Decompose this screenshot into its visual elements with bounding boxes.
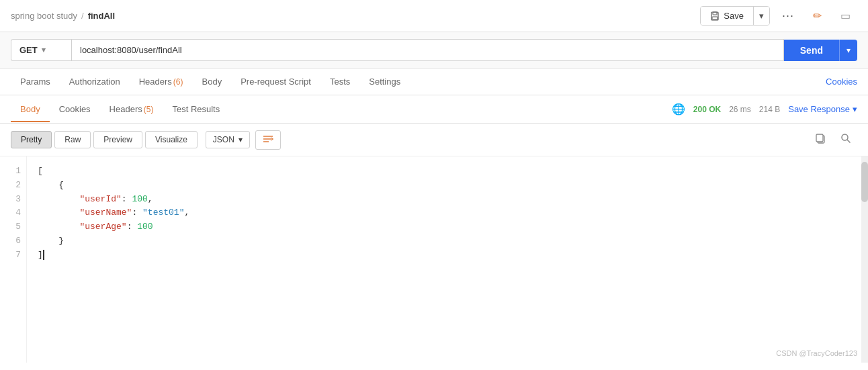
status-badge: 200 OK (693, 105, 721, 114)
breadcrumb-separator: / (81, 11, 84, 21)
send-button[interactable]: Send (784, 40, 839, 61)
line-num: 6 (5, 234, 21, 248)
search-icon (840, 132, 852, 144)
request-tabs: Params Authorization Headers(6) Body Pre… (0, 68, 868, 95)
body-toolbar: Pretty Raw Preview Visualize JSON ▾ (0, 124, 868, 156)
format-select[interactable]: JSON ▾ (206, 131, 250, 148)
tab-headers[interactable]: Headers(6) (130, 70, 193, 95)
res-tab-body[interactable]: Body (11, 97, 50, 122)
line-num: 5 (5, 220, 21, 234)
tab-prerequest[interactable]: Pre-request Script (231, 70, 320, 95)
response-size: 214 B (759, 105, 780, 114)
scrollbar-thumb[interactable] (861, 162, 868, 202)
svg-rect-7 (816, 134, 823, 142)
globe-icon: 🌐 (672, 103, 685, 115)
tab-tests[interactable]: Tests (320, 70, 359, 95)
tab-authorization[interactable]: Authorization (60, 70, 130, 95)
view-preview-button[interactable]: Preview (93, 131, 142, 148)
send-button-group: Send ▾ (784, 40, 857, 61)
wrap-icon (263, 134, 273, 144)
code-line-7: ] (38, 248, 851, 263)
send-dropdown-button[interactable]: ▾ (839, 40, 857, 61)
method-select[interactable]: GET ▾ (11, 39, 71, 61)
cookies-link[interactable]: Cookies (826, 77, 857, 87)
top-bar: spring boot study / findAll Save ▾ ··· ✏… (0, 0, 868, 32)
comment-icon-button[interactable]: ▭ (834, 5, 857, 26)
save-response-button[interactable]: Save Response ▾ (788, 104, 857, 114)
url-input[interactable] (71, 39, 784, 61)
breadcrumb-current: findAll (88, 11, 115, 21)
view-visualize-button[interactable]: Visualize (145, 131, 198, 148)
response-tabs: Body Cookies Headers(5) Test Results 🌐 2… (0, 95, 868, 124)
svg-line-9 (847, 140, 851, 143)
tab-params[interactable]: Params (11, 70, 60, 95)
url-bar: GET ▾ Send ▾ (0, 32, 868, 68)
code-line-3: "userId": 100, (38, 193, 851, 207)
scrollbar-track[interactable] (861, 156, 868, 363)
code-line-1: [ (38, 165, 851, 179)
line-num: 3 (5, 193, 21, 207)
top-actions: Save ▾ ··· ✏ ▭ (700, 5, 857, 27)
line-numbers: 1 2 3 4 5 6 7 (0, 156, 27, 363)
wrap-button[interactable] (255, 130, 281, 150)
save-response-chevron-icon: ▾ (853, 104, 857, 114)
watermark: CSDN @TracyCoder123 (776, 349, 857, 357)
code-content[interactable]: [ { "userId": 100, "userName": "test01",… (27, 156, 861, 363)
line-num: 2 (5, 179, 21, 193)
res-tab-test-results[interactable]: Test Results (163, 97, 229, 122)
copy-icon (814, 132, 826, 144)
line-num: 1 (5, 165, 21, 179)
code-line-4: "userName": "test01", (38, 206, 851, 220)
save-icon (710, 11, 720, 21)
method-chevron-icon: ▾ (42, 46, 46, 54)
tab-settings[interactable]: Settings (359, 70, 410, 95)
more-button[interactable]: ··· (775, 5, 801, 27)
code-line-5: "userAge": 100 (38, 220, 851, 234)
svg-point-8 (842, 134, 848, 140)
edit-icon-button[interactable]: ✏ (806, 5, 828, 26)
res-tab-headers[interactable]: Headers(5) (100, 97, 163, 122)
view-pretty-button[interactable]: Pretty (11, 131, 52, 148)
response-meta: 🌐 200 OK 26 ms 214 B Save Response ▾ (672, 103, 857, 115)
breadcrumb: spring boot study / findAll (11, 11, 700, 21)
tab-body[interactable]: Body (193, 70, 232, 95)
res-tab-cookies[interactable]: Cookies (50, 97, 100, 122)
response-time: 26 ms (729, 105, 751, 114)
line-num: 7 (5, 248, 21, 263)
format-chevron-icon: ▾ (238, 135, 243, 144)
view-raw-button[interactable]: Raw (54, 131, 91, 148)
code-area: 1 2 3 4 5 6 7 [ { "userId": 100, "userNa… (0, 156, 868, 363)
breadcrumb-project: spring boot study (11, 11, 77, 21)
line-num: 4 (5, 206, 21, 220)
save-button-group: Save ▾ (700, 6, 770, 26)
code-line-2: { (38, 179, 851, 193)
copy-button[interactable] (809, 129, 832, 150)
save-dropdown-button[interactable]: ▾ (753, 7, 769, 25)
svg-rect-1 (713, 12, 717, 15)
save-button[interactable]: Save (701, 7, 753, 25)
svg-rect-2 (712, 17, 718, 19)
search-button[interactable] (834, 129, 857, 150)
code-line-6: } (38, 234, 851, 248)
